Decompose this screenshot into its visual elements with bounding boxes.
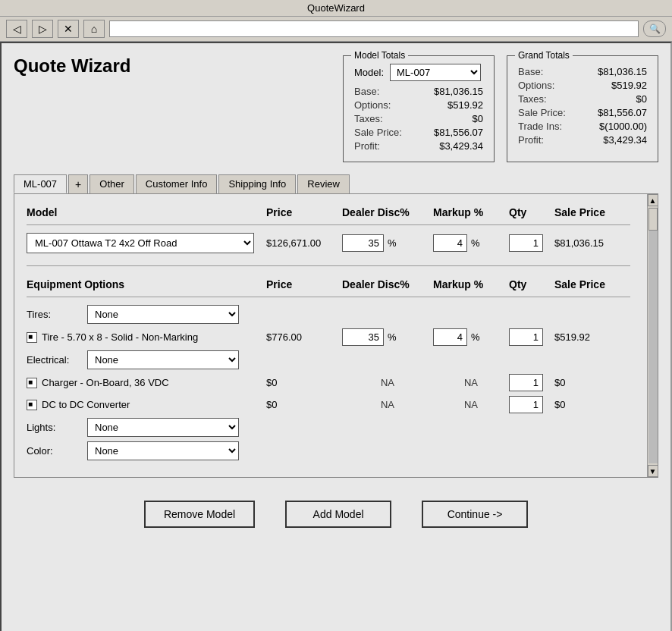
- model-totals-legend: Model Totals: [351, 50, 408, 61]
- model-dealer-disc-input[interactable]: [342, 234, 384, 252]
- lights-label: Lights:: [27, 422, 80, 433]
- window-title: QuoteWizard: [307, 2, 365, 14]
- charger-item-name: Charger - On-Board, 36 VDC: [27, 377, 266, 388]
- close-button[interactable]: ✕: [58, 20, 79, 38]
- color-label: Color:: [27, 445, 80, 457]
- model-totals-dropdown[interactable]: ML-007: [390, 64, 481, 81]
- tab-review[interactable]: Review: [297, 174, 350, 193]
- equip-dealer-disc-col-header: Dealer Disc%: [342, 278, 433, 290]
- model-data-row: ML-007 Ottawa T2 4x2 Off Road $126,671.0…: [27, 233, 630, 253]
- model-select[interactable]: ML-007 Ottawa T2 4x2 Off Road: [27, 233, 254, 253]
- model-price-cell: $126,671.00: [266, 237, 342, 249]
- charger-markup: NA: [433, 377, 509, 388]
- model-markup-input[interactable]: [433, 234, 467, 252]
- model-base-row: Base: $81,036.15: [354, 86, 483, 97]
- scroll-thumb[interactable]: [648, 208, 658, 231]
- back-button[interactable]: ◁: [6, 20, 27, 38]
- add-model-button[interactable]: Add Model: [285, 501, 391, 528]
- tab-customer-info[interactable]: Customer Info: [136, 174, 218, 193]
- tire-markup-input[interactable]: [433, 328, 467, 346]
- dc-item-row: DC to DC Converter $0 NA NA $0: [27, 396, 630, 413]
- continue-button[interactable]: Continue ->: [422, 501, 528, 528]
- charger-price: $0: [266, 377, 342, 388]
- tires-label-row: Tires: None: [27, 305, 630, 324]
- charger-checkbox[interactable]: [27, 378, 37, 388]
- equip-col-header: Equipment Options: [27, 278, 266, 290]
- lights-label-row: Lights: None: [27, 418, 630, 437]
- price-col-header: Price: [266, 206, 342, 218]
- home-button[interactable]: ⌂: [83, 20, 105, 38]
- tire-price: $776.00: [266, 331, 342, 343]
- lights-dropdown[interactable]: None: [87, 418, 239, 437]
- tab-ml007[interactable]: ML-007: [14, 174, 67, 193]
- equip-markup-col-header: Markup %: [433, 278, 509, 290]
- color-label-row: Color: None: [27, 441, 630, 460]
- model-select-row: Model: ML-007: [354, 64, 483, 81]
- page-title: Quote Wizard: [14, 55, 130, 77]
- model-sale-price-cell: $81,036.15: [554, 237, 630, 249]
- electrical-label-row: Electrical: None: [27, 350, 630, 369]
- model-col-header: Model: [27, 206, 266, 218]
- tires-dropdown[interactable]: None: [87, 305, 239, 324]
- scroll-up-arrow[interactable]: ▲: [648, 194, 658, 206]
- sale-price-col-header: Sale Price: [554, 206, 630, 218]
- tab-add[interactable]: +: [68, 174, 88, 193]
- color-dropdown[interactable]: None: [87, 441, 239, 460]
- bottom-buttons: Remove Model Add Model Continue ->: [14, 493, 658, 535]
- model-qty-cell: [509, 234, 554, 252]
- dc-checkbox[interactable]: [27, 400, 37, 410]
- model-section-header: Model Price Dealer Disc% Markup % Qty Sa…: [27, 206, 630, 225]
- dc-qty-cell: [509, 396, 554, 413]
- charger-qty-cell: [509, 374, 554, 391]
- dc-qty-input[interactable]: [509, 396, 543, 413]
- grand-base-row: Base: $81,036.15: [518, 66, 647, 77]
- model-dealer-disc-cell: %: [342, 234, 433, 252]
- grand-trade-ins-row: Trade Ins: $(1000.00): [518, 121, 647, 132]
- dc-item-name: DC to DC Converter: [27, 399, 266, 410]
- remove-model-button[interactable]: Remove Model: [144, 501, 255, 528]
- grand-totals-panel: Grand Totals Base: $81,036.15 Options: $…: [507, 55, 658, 162]
- tire-markup-cell: %: [433, 328, 509, 346]
- tire-qty-input[interactable]: [509, 328, 543, 346]
- charger-dealer-disc: NA: [342, 377, 433, 388]
- main-window: Quote Wizard Model Totals Model: ML-007 …: [0, 42, 672, 631]
- search-button[interactable]: 🔍: [643, 20, 666, 37]
- grand-options-row: Options: $519.92: [518, 80, 647, 91]
- equip-qty-col-header: Qty: [509, 278, 554, 290]
- charger-item-row: Charger - On-Board, 36 VDC $0 NA NA $0: [27, 374, 630, 391]
- model-markup-cell: %: [433, 234, 509, 252]
- tab-shipping-info[interactable]: Shipping Info: [218, 174, 296, 193]
- scroll-down-arrow[interactable]: ▼: [648, 465, 658, 477]
- tab-other[interactable]: Other: [89, 174, 134, 193]
- model-qty-input[interactable]: [509, 234, 543, 252]
- grand-totals-legend: Grand Totals: [515, 50, 573, 61]
- scroll-track[interactable]: [648, 208, 658, 463]
- section-divider: [27, 265, 630, 266]
- content-area: ▲ ▼ Model Price Dealer Disc% Markup % Qt…: [14, 193, 658, 478]
- charger-sale-price: $0: [554, 377, 630, 388]
- qty-col-header: Qty: [509, 206, 554, 218]
- model-label: Model:: [354, 67, 384, 78]
- dc-markup: NA: [433, 399, 509, 410]
- electrical-label: Electrical:: [27, 354, 80, 366]
- equip-sale-price-col-header: Sale Price: [554, 278, 630, 290]
- equipment-section-header: Equipment Options Price Dealer Disc% Mar…: [27, 278, 630, 297]
- tire-markup-pct: %: [471, 331, 480, 343]
- address-bar[interactable]: [109, 20, 639, 37]
- tire-checkbox[interactable]: [27, 332, 37, 343]
- tire-sale-price: $519.92: [554, 331, 630, 343]
- scrollbar[interactable]: ▲ ▼: [647, 194, 658, 477]
- model-totals-panel: Model Totals Model: ML-007 Base: $81,036…: [343, 55, 495, 162]
- grand-sale-price-row: Sale Price: $81,556.07: [518, 107, 647, 118]
- top-content: Quote Wizard Model Totals Model: ML-007 …: [14, 55, 658, 162]
- model-dealer-disc-pct: %: [388, 237, 397, 249]
- charger-qty-input[interactable]: [509, 374, 543, 391]
- forward-button[interactable]: ▷: [32, 20, 53, 38]
- grand-profit-row: Profit: $3,429.34: [518, 134, 647, 146]
- title-bar: QuoteWizard: [0, 0, 672, 17]
- electrical-dropdown[interactable]: None: [87, 350, 239, 369]
- dealer-disc-col-header: Dealer Disc%: [342, 206, 433, 218]
- tire-dealer-disc-input[interactable]: [342, 328, 384, 346]
- model-select-cell: ML-007 Ottawa T2 4x2 Off Road: [27, 233, 266, 253]
- grand-taxes-row: Taxes: $0: [518, 93, 647, 105]
